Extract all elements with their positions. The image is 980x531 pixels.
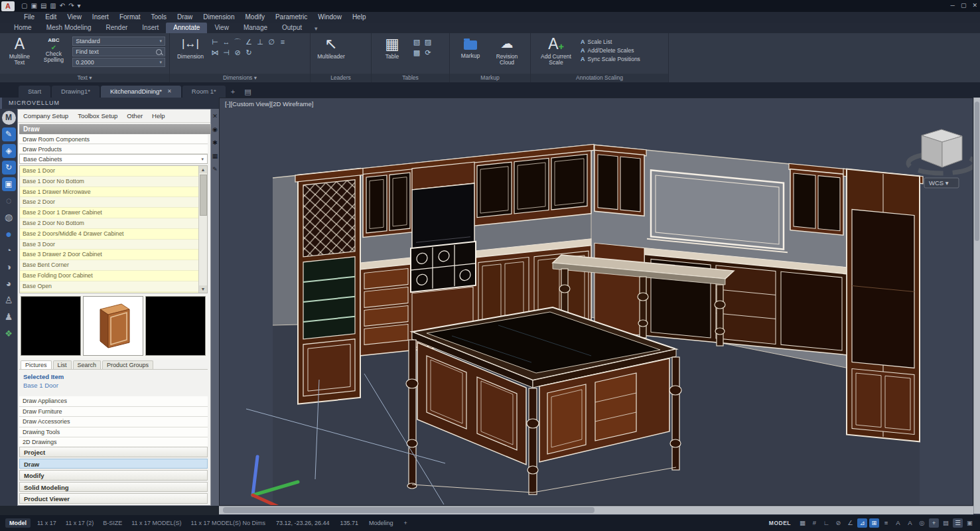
panel-menu-item[interactable]: Other	[127, 112, 143, 119]
ribbon-tab[interactable]: Render	[99, 23, 135, 33]
save-icon[interactable]: ▤	[40, 1, 46, 11]
scroll-up-icon[interactable]: ▲	[199, 166, 207, 173]
annotation-scale-icon[interactable]: ◎	[917, 518, 927, 528]
round-box-icon[interactable]: ◕	[2, 277, 16, 291]
add-current-scale-button[interactable]: A✚ Add Current Scale	[535, 35, 577, 66]
linear-dimension-icon[interactable]: ⊢	[210, 38, 220, 46]
preview-tab[interactable]: Pictures	[21, 360, 52, 369]
menu-item[interactable]: Help	[347, 12, 372, 23]
product-list-item[interactable]: Base 1 Door No Bottom	[20, 177, 207, 187]
draw-pencil-icon[interactable]: ✎	[2, 127, 16, 141]
panel-menu-item[interactable]: Toolbox Setup	[78, 112, 117, 119]
panel-gear-icon[interactable]: ✱	[212, 139, 218, 146]
app-logo[interactable]: A	[1, 1, 15, 11]
model-tab[interactable]: Model	[5, 518, 31, 528]
globe-icon[interactable]: ●	[2, 227, 16, 241]
model-space-badge[interactable]: MODEL	[769, 520, 791, 526]
scroll-thumb[interactable]	[200, 175, 207, 216]
tab-menu-icon[interactable]: ▤	[240, 86, 255, 98]
open-file-icon[interactable]: ▣	[31, 1, 36, 11]
link-data-icon[interactable]: ▨	[423, 38, 433, 46]
draw-room-components-row[interactable]: Draw Room Components	[19, 135, 208, 144]
disc-icon[interactable]: ◍	[2, 210, 16, 224]
tables-panel-caption[interactable]: Tables	[372, 74, 449, 82]
panel-target-icon[interactable]: ◉	[212, 126, 218, 133]
layout-tab[interactable]: B-SIZE	[103, 520, 122, 526]
panel-pencil-icon[interactable]: ✎	[212, 166, 218, 173]
layout-tab[interactable]: 11 x 17 MODEL(S) No Dims	[191, 520, 265, 526]
autoscale-icon[interactable]: A	[905, 518, 915, 528]
snap-icon[interactable]: #	[809, 518, 819, 528]
check-spelling-button[interactable]: ABC✔ Check Spelling	[38, 35, 70, 63]
revision-cloud-button[interactable]: ☁ Revision Cloud	[490, 35, 524, 66]
clean-screen-icon[interactable]: ▣	[965, 518, 975, 528]
viewport-controls-label[interactable]: [-][Custom View][2D Wireframe]	[225, 100, 313, 108]
sync-icon[interactable]: ↻	[2, 161, 16, 175]
layout-tab[interactable]: 11 x 17 (2)	[66, 520, 94, 526]
markup-panel-caption[interactable]: Markup	[450, 74, 530, 82]
grid-icon[interactable]: ▦	[798, 518, 807, 528]
multileader-button[interactable]: ↖ Multileader	[315, 35, 348, 60]
arc-length-icon[interactable]: ⌒	[233, 38, 242, 46]
layout-tab[interactable]: 11 x 17	[37, 520, 56, 526]
scroll-down-icon[interactable]: ▼	[199, 285, 207, 293]
menu-item[interactable]: View	[62, 12, 87, 23]
annotation-scaling-caption[interactable]: Annotation Scaling	[531, 74, 668, 82]
preview-tab[interactable]: Search	[73, 360, 102, 369]
product-list-item[interactable]: Base 2 Door No Bottom	[20, 218, 207, 229]
team-icon[interactable]: ♟	[2, 310, 16, 324]
workspace-label[interactable]: Modeling	[369, 520, 393, 526]
aligned-dimension-icon[interactable]: ↔	[222, 38, 231, 46]
menu-item[interactable]: Dimension	[198, 12, 240, 23]
annotation-scaling-item[interactable]: A Sync Scale Positions	[581, 56, 640, 63]
drawing-viewport[interactable]: [-][Custom View][2D Wireframe]	[219, 98, 973, 506]
section-button[interactable]: Modify	[19, 470, 208, 481]
quarter-icon[interactable]: ◔	[2, 244, 16, 258]
ribbon-collapse-icon[interactable]: ▾	[309, 24, 323, 33]
find-text-input[interactable]: Find text	[72, 47, 165, 56]
product-list-item[interactable]: Base 2 Doors/Middle 4 Drawer Cabinet	[20, 229, 207, 240]
redo-icon[interactable]: ↷	[68, 1, 74, 11]
ribbon-tab[interactable]: Insert	[135, 23, 166, 33]
file-tab[interactable]: Drawing1* ✕	[52, 86, 100, 98]
menu-item[interactable]: Tools	[146, 12, 172, 23]
text-height-select[interactable]: 0.2000▾	[72, 58, 165, 67]
units-icon[interactable]: ▤	[941, 518, 951, 528]
microvellum-logo-icon[interactable]: M	[2, 111, 16, 125]
user-icon[interactable]: ♙	[2, 293, 16, 307]
panel-close-icon[interactable]: ✕	[212, 113, 218, 119]
menu-item[interactable]: Insert	[87, 12, 114, 23]
menu-item[interactable]: Parametric	[270, 12, 313, 23]
lineweight-icon[interactable]: ≡	[881, 518, 891, 528]
product-list-item[interactable]: Base Open Bent Corner	[20, 292, 207, 293]
product-list-item[interactable]: Base Bent Corner	[20, 260, 207, 271]
baseline-dimension-icon[interactable]: ≡	[278, 38, 287, 46]
category-select[interactable]: Base Cabinets ▾	[19, 154, 208, 164]
product-list-item[interactable]: Base 2 Door	[20, 197, 207, 208]
ring-icon[interactable]: ◌	[2, 194, 16, 208]
ribbon-tab[interactable]: Output	[275, 23, 309, 33]
leaders-panel-caption[interactable]: Leaders	[311, 74, 371, 82]
markup-button[interactable]: Markup	[454, 35, 487, 59]
osnap-icon[interactable]: ⊿	[857, 518, 867, 528]
draw-products-row[interactable]: Draw Products	[19, 145, 208, 154]
vertical-scrollbar[interactable]	[973, 98, 980, 514]
product-list-item[interactable]: Base 1 Drawer Microwave	[20, 187, 207, 198]
draw-section-header[interactable]: Draw	[19, 124, 212, 134]
parts-icon[interactable]: ◈	[2, 144, 16, 158]
menu-item[interactable]: Edit	[40, 12, 62, 23]
horizontal-scrollbar[interactable]	[219, 506, 973, 514]
section-button[interactable]: Project	[19, 447, 208, 457]
new-tab-icon[interactable]: +	[227, 86, 239, 98]
product-list-scrollbar[interactable]: ▲ ▼	[198, 166, 207, 293]
maximize-icon[interactable]: ▢	[961, 0, 967, 11]
selected-item-value[interactable]: Base 1 Door	[23, 381, 208, 390]
isodraft-icon[interactable]: ∠	[845, 518, 855, 528]
multiline-text-button[interactable]: A Multiline Text	[4, 35, 35, 66]
preview-thumbnail-cabinet[interactable]	[83, 296, 143, 356]
update-fields-icon[interactable]: ⟳	[423, 48, 433, 57]
menu-item[interactable]: Draw	[172, 12, 198, 23]
layout-tab[interactable]: 11 x 17 MODEL(S)	[131, 520, 181, 526]
dimensions-panel-caption[interactable]: Dimensions ▾	[170, 74, 310, 82]
wcs-selector[interactable]: WCS ▾	[929, 179, 949, 187]
